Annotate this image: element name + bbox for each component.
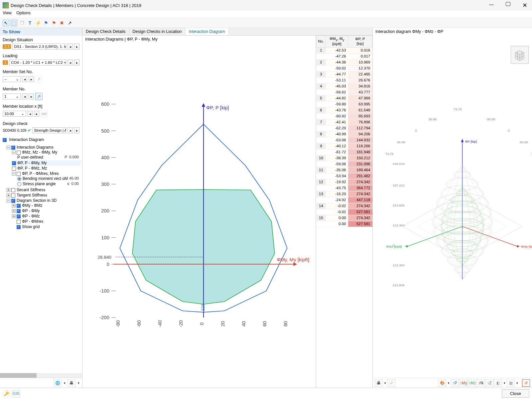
table-row[interactable]: 2-44.3610.969 xyxy=(317,59,372,65)
globe-icon[interactable]: 🌐 xyxy=(54,379,62,387)
tool-t-icon[interactable]: T xyxy=(27,20,33,26)
chart-area[interactable]: -200-1000100200300400500600-80-60-40-200… xyxy=(82,43,316,388)
checkbox[interactable] xyxy=(17,172,21,176)
checkbox[interactable] xyxy=(12,161,16,165)
checkbox[interactable] xyxy=(11,146,15,150)
table-row[interactable]: -62.20112.794 xyxy=(317,125,372,131)
axis-my-icon[interactable]: ↕My xyxy=(460,379,467,387)
checkbox[interactable] xyxy=(11,188,15,192)
radio-stress[interactable] xyxy=(17,182,21,186)
design-situation-combo[interactable]: DS1 - Section 2.3 (LRFD), 1. to 5.⌄ xyxy=(12,44,66,50)
table-row[interactable]: -63.06144.932 xyxy=(317,137,372,143)
view-cube[interactable] xyxy=(511,46,529,64)
data-table[interactable]: No. ΦMy, My[kipft] ΦP, P[kip] 1-42.530.0… xyxy=(316,36,372,388)
table-row[interactable]: -56.6243.777 xyxy=(317,89,372,95)
table-row[interactable]: -59.06231.096 xyxy=(317,161,372,167)
expander[interactable]: + xyxy=(12,214,16,218)
prev-button[interactable]: ◂ xyxy=(22,76,27,82)
table-row[interactable]: 10-38.39150.212 xyxy=(317,155,372,161)
design-check-combo[interactable]: Strength Design | Ax...⌄ xyxy=(32,127,66,133)
prev-button[interactable]: ◂ xyxy=(67,60,73,66)
table-row[interactable]: 7-42.4176.896 xyxy=(317,119,372,125)
color-icon[interactable]: 🎨 xyxy=(438,379,446,387)
table-row[interactable]: 5-44.8247.969 xyxy=(317,95,372,101)
next-button[interactable]: ▸ xyxy=(34,111,39,117)
table-row[interactable]: -43.75364.772 xyxy=(317,185,372,191)
expander[interactable]: + xyxy=(7,194,10,197)
close-button[interactable]: Close xyxy=(502,389,529,398)
checkbox[interactable] xyxy=(17,225,21,229)
table-row[interactable]: -61.72181.948 xyxy=(317,149,372,155)
checkbox[interactable] xyxy=(17,214,21,218)
table-row[interactable]: -47.260.017 xyxy=(317,53,372,59)
right-3d-view[interactable]: 73.7636.88-36.880036.8836.8873.7673.7644… xyxy=(373,35,532,378)
expander[interactable]: − xyxy=(12,151,16,154)
print-icon[interactable]: 🖶 xyxy=(67,379,75,387)
radio-bending[interactable] xyxy=(17,177,21,181)
checkbox-interaction-diagram[interactable] xyxy=(3,138,7,142)
member-set-combo[interactable]: --⌄ xyxy=(3,76,21,82)
axis-mz-icon[interactable]: ↕Mz xyxy=(468,379,476,387)
table-row[interactable]: 150.00274.342 xyxy=(317,215,372,221)
next-button[interactable]: ▸ xyxy=(74,44,79,50)
tool-copy-icon[interactable]: ❐ xyxy=(19,20,25,26)
member-no-combo[interactable]: 1⌄ xyxy=(3,93,21,99)
next-button[interactable]: ▸ xyxy=(29,93,34,99)
menu-options[interactable]: Options xyxy=(16,11,31,18)
print-icon[interactable]: 🖶 xyxy=(375,379,383,387)
checkbox[interactable] xyxy=(11,199,15,203)
pick-icon[interactable]: ↗ xyxy=(35,75,43,83)
next-button[interactable]: ▸ xyxy=(29,76,34,82)
expander[interactable]: + xyxy=(12,204,16,207)
checkbox[interactable] xyxy=(12,167,16,171)
cube-icon[interactable]: ▦ xyxy=(507,379,515,387)
table-row[interactable]: 8-40.9994.206 xyxy=(317,131,372,137)
table-row[interactable]: 14-0.02274.342 xyxy=(317,203,372,209)
tool-select-icon[interactable]: ⬚ xyxy=(11,20,17,26)
prev-button[interactable]: ◂ xyxy=(22,93,27,99)
member-loc-combo[interactable]: 10.00⌄ xyxy=(3,111,26,117)
checkbox[interactable] xyxy=(11,194,15,198)
close-window-button[interactable]: ✕ xyxy=(520,1,529,10)
table-row[interactable]: 1-42.530.016 xyxy=(317,47,372,53)
tool-cursor2-icon[interactable]: ↗ xyxy=(66,20,73,26)
tool-arrow-icon[interactable]: ↖ xyxy=(3,20,9,26)
table-row[interactable]: 9-40.12118.266 xyxy=(317,143,372,149)
axis-n-icon[interactable]: ↕N xyxy=(477,379,485,387)
reset-icon[interactable]: ↺ xyxy=(522,379,530,387)
loading-combo[interactable]: CO4 - 1.20 * LC1 + 1.60 * LC2 + ...⌄ xyxy=(9,60,66,66)
xi-icon[interactable]: x/xi xyxy=(41,110,48,117)
expander[interactable]: − xyxy=(7,199,10,202)
units-icon[interactable]: 0,00 xyxy=(12,390,20,397)
table-row[interactable]: 3-44.7722.485 xyxy=(317,71,372,77)
expander[interactable]: − xyxy=(7,146,10,149)
table-row[interactable]: -50.0212.370 xyxy=(317,65,372,71)
table-row[interactable]: -24.92447.118 xyxy=(317,197,372,203)
minimize-button[interactable]: — xyxy=(487,1,496,10)
table-row[interactable]: 13-16.20274.342 xyxy=(317,191,372,197)
table-row[interactable]: 11-35.06189.464 xyxy=(317,167,372,173)
table-row[interactable]: 0.00527.581 xyxy=(317,221,372,227)
maximize-button[interactable] xyxy=(504,1,512,10)
prev-button[interactable]: ◂ xyxy=(67,127,73,133)
tool-flag1-icon[interactable]: ⚑ xyxy=(43,20,49,26)
expander[interactable]: + xyxy=(12,209,16,213)
table-row[interactable]: -0.02527.581 xyxy=(317,209,372,215)
checkbox[interactable] xyxy=(17,209,21,213)
table-row[interactable]: 12-19.92274.342 xyxy=(317,179,372,185)
table-row[interactable]: 4-45.0334.816 xyxy=(317,83,372,89)
table-row[interactable]: -59.8063.995 xyxy=(317,101,372,107)
next-button[interactable]: ▸ xyxy=(74,127,79,133)
table-row[interactable]: -60.9285.693 xyxy=(317,113,372,119)
menu-view[interactable]: View xyxy=(3,11,12,18)
prev-button[interactable]: ◂ xyxy=(27,111,33,117)
table-row[interactable]: -53.94291.482 xyxy=(317,173,372,179)
tool-bolt-icon[interactable]: ⚡ xyxy=(35,20,41,26)
table-row[interactable]: -53.1126.676 xyxy=(317,77,372,83)
expander[interactable]: − xyxy=(12,172,16,176)
expander[interactable]: + xyxy=(7,188,10,192)
interaction-diagram-root[interactable]: Interaction Diagram xyxy=(0,135,82,144)
table-row[interactable]: 6-43.7661.548 xyxy=(317,107,372,113)
view-extents-icon[interactable]: ⤢ xyxy=(387,379,395,387)
key-icon[interactable]: 🔑 xyxy=(3,390,10,397)
